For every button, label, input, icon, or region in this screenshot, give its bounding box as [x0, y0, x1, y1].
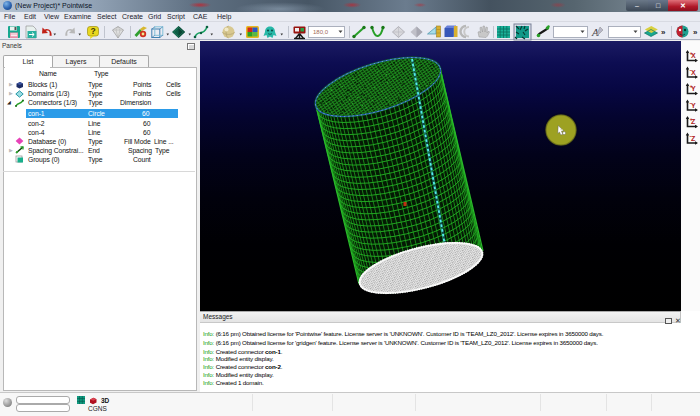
svg-text:+: + — [690, 83, 693, 89]
svg-text:»: » — [693, 28, 698, 37]
svg-text:+: + — [690, 116, 693, 122]
svg-text:-: - — [690, 100, 692, 106]
svg-text:+: + — [690, 50, 693, 56]
svg-text:X: X — [691, 69, 696, 76]
svg-text:-: - — [690, 67, 692, 73]
svg-text:Z: Z — [691, 135, 696, 142]
svg-text:Y: Y — [691, 102, 696, 109]
svg-text:-: - — [690, 133, 692, 139]
svg-text:180,0: 180,0 — [313, 29, 329, 35]
svg-text:»: » — [661, 28, 666, 37]
svg-text:?: ? — [91, 26, 96, 36]
